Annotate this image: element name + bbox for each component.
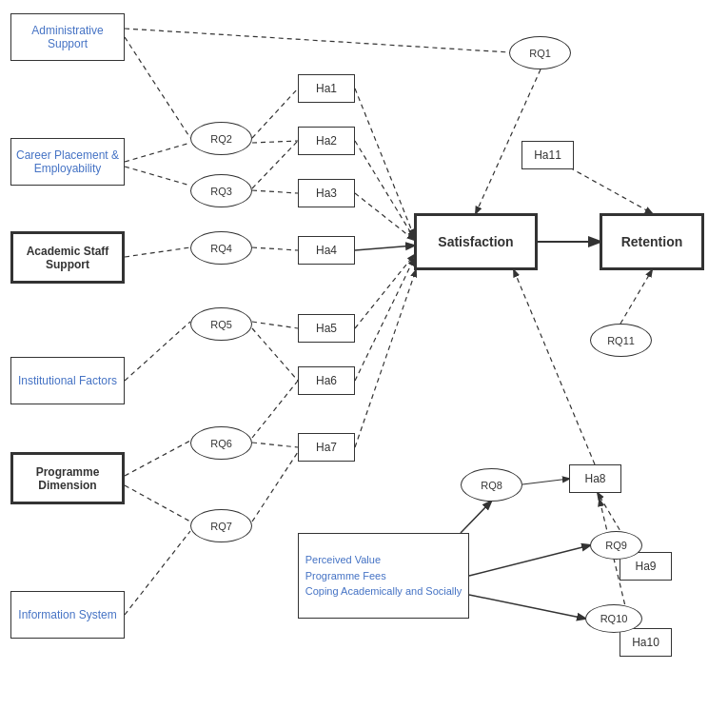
ha8-box: Ha8 (569, 464, 621, 493)
svg-line-7 (125, 485, 190, 522)
svg-line-25 (355, 259, 414, 381)
svg-line-2 (125, 143, 190, 162)
svg-line-20 (355, 89, 414, 236)
rq4-oval: RQ4 (190, 231, 252, 265)
ha7-box: Ha7 (298, 433, 355, 462)
rq6-oval: RQ6 (190, 426, 252, 460)
svg-line-29 (620, 270, 652, 324)
svg-line-24 (355, 255, 414, 328)
admin-support-box: Administrative Support (10, 13, 125, 61)
svg-line-10 (252, 89, 298, 138)
retention-box: Retention (600, 213, 704, 270)
ha10-box: Ha10 (620, 628, 672, 657)
svg-line-6 (125, 441, 190, 476)
ha5-box: Ha5 (298, 314, 355, 343)
svg-line-14 (252, 247, 298, 250)
svg-line-0 (125, 37, 190, 138)
rq10-oval: RQ10 (585, 604, 642, 633)
svg-line-13 (252, 190, 298, 193)
svg-line-32 (469, 545, 590, 576)
rq11-oval: RQ11 (590, 324, 652, 357)
svg-line-8 (125, 531, 190, 615)
svg-line-17 (252, 381, 298, 438)
svg-line-4 (125, 247, 190, 257)
ha3-box: Ha3 (298, 179, 355, 207)
svg-line-30 (522, 479, 569, 484)
svg-line-15 (252, 322, 298, 328)
svg-line-18 (252, 443, 298, 447)
satisfaction-box: Satisfaction (414, 213, 538, 270)
rq7-oval: RQ7 (190, 509, 252, 542)
svg-line-26 (355, 270, 416, 447)
programme-dim-box: Programme Dimension (10, 452, 125, 504)
rq3-oval: RQ3 (190, 174, 252, 207)
svg-line-21 (355, 141, 414, 238)
rq1-oval: RQ1 (509, 36, 571, 69)
svg-line-33 (469, 595, 585, 619)
ha4-box: Ha4 (298, 236, 355, 265)
rq9-oval: RQ9 (590, 531, 642, 560)
svg-line-11 (252, 141, 298, 143)
svg-line-19 (252, 452, 298, 522)
ha2-box: Ha2 (298, 127, 355, 155)
institutional-box: Institutional Factors (10, 357, 125, 404)
diagram-canvas: Administrative Support Career Placement … (0, 0, 728, 709)
svg-line-23 (355, 246, 414, 250)
ha1-box: Ha1 (298, 74, 355, 103)
svg-line-16 (252, 328, 298, 381)
career-placement-box: Career Placement & Employability (10, 138, 125, 186)
rq8-oval: RQ8 (461, 468, 522, 502)
perceived-value-box: Perceived ValueProgramme FeesCoping Acad… (298, 533, 469, 619)
academic-staff-box: Academic Staff Support (10, 231, 125, 284)
svg-line-5 (125, 322, 190, 381)
rq5-oval: RQ5 (190, 307, 252, 341)
info-system-box: Information System (10, 591, 125, 639)
rq2-oval: RQ2 (190, 122, 252, 155)
svg-line-1 (125, 29, 509, 52)
svg-line-22 (355, 193, 414, 240)
ha6-box: Ha6 (298, 366, 355, 395)
svg-line-12 (252, 141, 298, 188)
svg-line-36 (514, 270, 595, 464)
ha11-box: Ha11 (521, 141, 574, 169)
svg-line-31 (461, 502, 491, 533)
svg-line-3 (125, 167, 190, 186)
